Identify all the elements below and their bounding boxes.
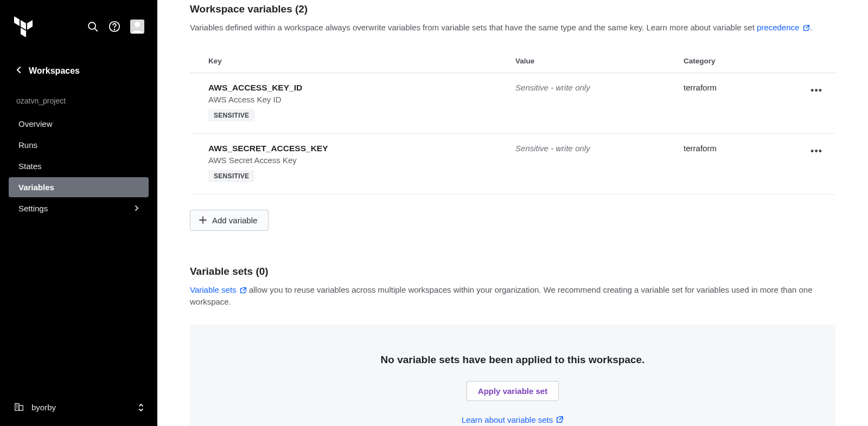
nav-label: States [18,162,42,171]
learn-variable-sets-link[interactable]: Learn about variable sets [462,415,564,424]
external-link-icon [240,287,247,294]
variable-row: AWS_SECRET_ACCESS_KEY AWS Secret Access … [190,133,835,194]
nav-label: Runs [18,140,37,150]
org-name: byorby [31,403,56,412]
chevron-right-icon [135,204,139,213]
sensitive-badge: SENSITIVE [208,170,254,182]
terraform-logo-icon[interactable] [14,16,33,37]
nav-label: Variables [18,183,54,192]
variables-table: Key Value Category AWS_ACCESS_KEY_ID AWS… [190,49,835,195]
precedence-link[interactable]: precedence [757,23,810,32]
up-down-icon [138,403,144,412]
col-value: Value [505,49,673,73]
sidebar-header [0,0,157,48]
nav-label: Overview [18,119,53,128]
row-actions-menu[interactable]: ••• [808,144,825,159]
nav-item-runs[interactable]: Runs [9,135,149,155]
breadcrumb-label: Workspaces [29,66,80,76]
col-category: Category [673,49,797,73]
variable-description: AWS Secret Access Key [208,156,494,165]
svg-line-1 [95,29,98,31]
user-avatar[interactable] [130,20,144,34]
project-label: ozatvn_project [0,86,157,111]
external-link-icon [803,24,810,31]
svg-rect-5 [15,404,19,411]
apply-variable-set-button[interactable]: Apply variable set [467,381,559,401]
nav-label: Settings [18,204,48,213]
variable-sets-empty-state: No variable sets have been applied to th… [190,325,835,427]
sidebar-nav: Overview Runs States Variables Settings [0,111,157,222]
variable-sets-title: Variable sets (0) [190,266,835,277]
org-switcher[interactable]: byorby [0,393,157,426]
chevron-left-icon [16,66,21,76]
col-actions [797,49,835,73]
varsets-desc-text: allow you to reuse variables across mult… [190,285,813,307]
variable-sets-link[interactable]: Variable sets [190,285,247,294]
plus-icon [199,216,207,224]
variable-row: AWS_ACCESS_KEY_ID AWS Access Key ID SENS… [190,73,835,133]
workspace-variables-desc: Variables defined within a workspace alw… [190,22,835,34]
variable-value: Sensitive - write only [515,144,590,153]
nav-item-overview[interactable]: Overview [9,114,149,134]
help-icon[interactable] [108,21,120,33]
variable-category: terraform [684,83,717,92]
header-actions [87,20,144,34]
nav-item-variables[interactable]: Variables [9,177,149,197]
nav-item-settings[interactable]: Settings [9,198,149,218]
add-variable-label: Add variable [212,216,257,225]
variable-key: AWS_SECRET_ACCESS_KEY [208,144,494,153]
nav-item-states[interactable]: States [9,156,149,176]
workspace-variables-title: Workspace variables (2) [190,3,835,15]
search-icon[interactable] [87,21,99,33]
svg-point-4 [135,22,140,27]
variable-sets-desc: Variable sets allow you to reuse variabl… [190,284,835,308]
variable-value: Sensitive - write only [515,83,590,92]
sidebar: Workspaces ozatvn_project Overview Runs … [0,0,157,426]
external-link-icon [556,416,564,423]
breadcrumb-workspaces[interactable]: Workspaces [0,48,157,86]
variable-sets-section: Variable sets (0) Variable sets allow yo… [190,266,835,427]
desc-text: Variables defined within a workspace alw… [190,23,757,32]
svg-point-3 [114,29,114,30]
add-variable-button[interactable]: Add variable [190,210,269,231]
variable-category: terraform [684,144,717,153]
empty-state-title: No variable sets have been applied to th… [201,354,825,366]
variable-description: AWS Access Key ID [208,95,494,104]
variable-key: AWS_ACCESS_KEY_ID [208,83,494,93]
main-content: Workspace variables (2) Variables define… [157,0,868,426]
desc-suffix: . [810,23,812,32]
col-key: Key [190,49,505,73]
row-actions-menu[interactable]: ••• [808,83,825,99]
organization-icon [14,402,24,413]
svg-rect-6 [19,405,23,410]
sensitive-badge: SENSITIVE [208,109,254,121]
